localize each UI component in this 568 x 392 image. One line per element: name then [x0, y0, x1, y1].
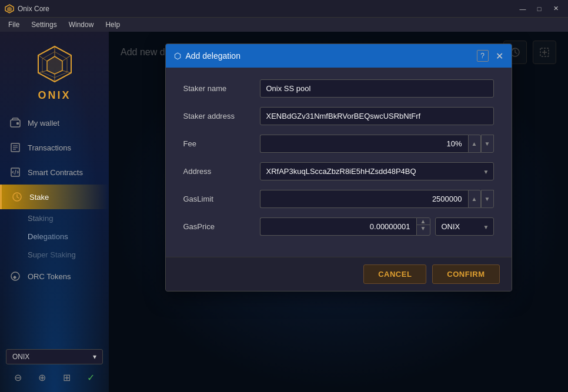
gaslimit-label: GasLimit	[183, 195, 254, 203]
content-area: Add new delegations	[109, 32, 568, 392]
close-button[interactable]: ✕	[548, 3, 563, 15]
dialog-header-icon: ⬡	[174, 51, 181, 61]
grid-icon[interactable]: ⊞	[63, 372, 71, 383]
gaslimit-row: GasLimit ▲ ▼	[183, 190, 494, 208]
bottom-icons-bar: ⊖ ⊕ ⊞ ✓	[6, 369, 103, 386]
currency-select[interactable]: ONIX	[435, 217, 494, 236]
svg-rect-13	[16, 122, 19, 125]
sidebar-item-staking[interactable]: Staking	[0, 209, 109, 227]
staker-address-label: Staker address	[183, 112, 254, 120]
fee-spin-up[interactable]: ▲	[468, 135, 481, 153]
sidebar-item-super-staking[interactable]: Super Staking	[0, 246, 109, 264]
sidebar-bottom: ONIX ▾ ⊖ ⊕ ⊞ ✓	[0, 343, 109, 392]
orc-tokens-icon: ◆	[9, 270, 22, 283]
menu-file[interactable]: File	[2, 19, 25, 30]
orc-tokens-label: ORC Tokens	[28, 272, 71, 281]
sidebar: ONIX My wallet Trans	[0, 32, 109, 392]
stake-icon	[11, 190, 24, 203]
stake-label: Stake	[29, 193, 49, 202]
logo-area: ONIX	[0, 32, 109, 110]
plus-circle-icon[interactable]: ⊕	[38, 372, 46, 383]
window-controls: — □ ✕	[515, 3, 563, 15]
address-select-wrap: XRfAP3kuqLSccaZbzR8iE5hHZsdd48P4BQ ▼	[260, 162, 494, 180]
gasprice-spin-down[interactable]: ▼	[417, 225, 430, 232]
onix-dropdown-label: ONIX	[12, 353, 29, 361]
confirm-button[interactable]: CONFIRM	[432, 264, 499, 284]
dialog-header: ⬡ Add delegation ? ✕	[166, 44, 512, 68]
gasprice-input[interactable]	[260, 217, 416, 236]
sidebar-item-smart-contracts[interactable]: Smart Contracts	[0, 160, 109, 185]
add-delegation-dialog: ⬡ Add delegation ? ✕ Staker name Staker …	[165, 43, 512, 292]
sidebar-item-wallet[interactable]: My wallet	[0, 110, 109, 135]
gasprice-inputs: ▲ ▼ ONIX ▼	[260, 217, 494, 236]
currency-select-wrap: ONIX ▼	[435, 217, 494, 236]
menu-settings[interactable]: Settings	[25, 19, 62, 30]
dialog-footer: CANCEL CONFIRM	[166, 257, 512, 291]
fee-spin-down[interactable]: ▼	[481, 135, 494, 153]
app-icon	[5, 4, 14, 14]
check-icon[interactable]: ✓	[87, 372, 95, 383]
staker-name-label: Staker name	[183, 84, 254, 93]
fee-input-wrap: ▲ ▼	[260, 135, 494, 153]
sidebar-item-orc-tokens[interactable]: ◆ ORC Tokens	[0, 264, 109, 289]
svg-line-19	[15, 170, 16, 175]
gasprice-input-wrap: ▲ ▼	[260, 217, 430, 236]
address-label: Address	[183, 167, 254, 176]
logo-text: ONIX	[38, 89, 71, 102]
staker-name-row: Staker name	[183, 79, 494, 98]
gaslimit-spin-up[interactable]: ▲	[468, 190, 481, 208]
menu-help[interactable]: Help	[99, 19, 126, 30]
staker-address-row: Staker address	[183, 107, 494, 125]
dialog-help-button[interactable]: ?	[477, 50, 489, 62]
cancel-button[interactable]: CANCEL	[363, 264, 426, 284]
fee-label: Fee	[183, 139, 254, 148]
onix-dropdown[interactable]: ONIX ▾	[6, 349, 103, 364]
gaslimit-input[interactable]	[260, 190, 468, 208]
transactions-icon	[9, 141, 22, 154]
sidebar-item-stake[interactable]: Stake	[0, 185, 109, 209]
dialog-body: Staker name Staker address Fee ▲	[166, 68, 512, 257]
sidebar-item-delegations[interactable]: Delegations	[0, 227, 109, 246]
svg-text:◆: ◆	[13, 274, 17, 280]
gaslimit-input-wrap: ▲ ▼	[260, 190, 494, 208]
smart-contracts-label: Smart Contracts	[28, 168, 83, 177]
dialog-overlay: ⬡ Add delegation ? ✕ Staker name Staker …	[109, 32, 568, 392]
smart-contracts-icon	[9, 166, 22, 179]
staker-address-input[interactable]	[260, 107, 494, 125]
app-title: Onix Core	[18, 5, 515, 13]
menu-bar: File Settings Window Help	[0, 18, 568, 32]
minus-circle-icon[interactable]: ⊖	[14, 372, 22, 383]
gasprice-spin-up[interactable]: ▲	[417, 218, 430, 225]
logo-hexagon	[34, 43, 75, 85]
maximize-button[interactable]: □	[532, 3, 547, 15]
gasprice-spin-wrap: ▲ ▼	[416, 217, 430, 236]
address-row: Address XRfAP3kuqLSccaZbzR8iE5hHZsdd48P4…	[183, 162, 494, 180]
menu-window[interactable]: Window	[63, 19, 100, 30]
transactions-label: Transactions	[28, 143, 71, 152]
wallet-icon	[9, 116, 22, 129]
svg-marker-1	[7, 6, 12, 12]
dialog-title: Add delegation	[186, 51, 472, 61]
title-bar: Onix Core — □ ✕	[0, 0, 568, 18]
gaslimit-spin-down[interactable]: ▼	[481, 190, 494, 208]
fee-row: Fee ▲ ▼	[183, 135, 494, 153]
wallet-label: My wallet	[28, 119, 59, 128]
sub-navigation: Staking Delegations Super Staking	[0, 209, 109, 264]
sidebar-item-transactions[interactable]: Transactions	[0, 135, 109, 160]
gasprice-label: GasPrice	[183, 222, 254, 231]
main-layout: ONIX My wallet Trans	[0, 32, 568, 392]
address-select[interactable]: XRfAP3kuqLSccaZbzR8iE5hHZsdd48P4BQ	[260, 162, 494, 180]
dialog-close-button[interactable]: ✕	[496, 51, 503, 62]
staker-name-input[interactable]	[260, 79, 494, 98]
fee-input[interactable]	[260, 135, 468, 153]
dropdown-arrow-icon: ▾	[93, 353, 96, 361]
minimize-button[interactable]: —	[515, 3, 530, 15]
gasprice-row: GasPrice ▲ ▼ ONIX	[183, 217, 494, 236]
